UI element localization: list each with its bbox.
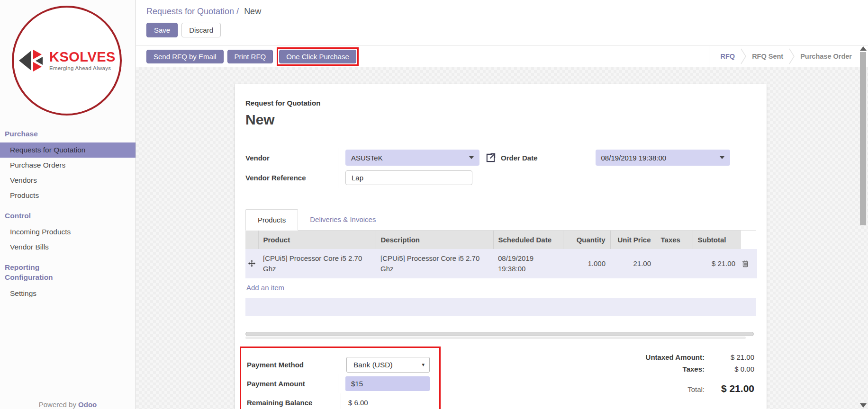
print-rfq-button[interactable]: Print RFQ [227,50,273,63]
breadcrumb: Requests for Quotation / New [146,7,868,17]
scroll-up-arrow-icon[interactable] [860,46,867,51]
statusbar: RFQ RFQ Sent Purchase Order [709,46,868,67]
payment-amount-input[interactable] [345,376,430,391]
select-caret-icon: ▾ [422,362,425,368]
totals-divider [624,378,754,378]
vendor-label: Vendor [245,154,338,162]
header-fields-group: Vendor ASUSTeK [245,148,756,187]
order-date-picker[interactable]: 08/19/2019 19:38:00 [596,150,730,166]
scroll-down-arrow-icon[interactable] [860,403,867,408]
horizontal-scrollbar-thumb[interactable] [245,332,754,336]
sheet-title: Request for Quotation [245,99,756,107]
total-value: $ 21.00 [705,383,754,394]
cell-unit-price[interactable]: 21.00 [610,249,656,278]
column-header-product[interactable]: Product [258,231,376,249]
sidebar-item-purchase-orders[interactable]: Purchase Orders [0,158,136,173]
cell-description[interactable]: [CPUi5] Processor Core i5 2.70 Ghz [376,249,493,278]
notebook-tabs: Products Deliveries & Invoices [245,209,756,231]
logo-brand-text: KSOLVES [49,50,116,64]
chevron-down-icon [469,156,474,159]
cell-quantity[interactable]: 1.000 [563,249,610,278]
chevron-down-icon [720,156,724,159]
cell-product[interactable]: [CPUi5] Processor Core i5 2.70 Ghz [258,249,376,278]
sidebar-item-incoming-products[interactable]: Incoming Products [0,224,136,240]
discard-button[interactable]: Discard [181,23,221,37]
cell-subtotal[interactable]: $ 21.00 [693,249,740,278]
handle-column-header [245,231,258,249]
order-date-label: Order Date [501,154,538,162]
untaxed-amount-label: Untaxed Amount: [646,353,705,361]
powered-by: Powered by Odoo [0,400,136,409]
column-header-scheduled-date[interactable]: Scheduled Date [493,231,563,249]
total-label: Total: [687,385,705,393]
chevron-right-icon [741,48,746,64]
status-step-purchase-order[interactable]: Purchase Order [800,53,852,60]
horizontal-scrollbar[interactable] [245,332,756,339]
odoo-brand-link[interactable]: Odoo [78,400,97,409]
one-click-purchase-button[interactable]: One Click Purchase [279,50,356,63]
red-highlight-box-payment: Payment Method Bank (USD) ▾ Payment Amou… [240,347,441,409]
menu-section-control: Control [0,208,136,224]
totals-summary: Untaxed Amount: $ 21.00 Taxes: $ 0.00 To… [605,351,756,409]
status-step-rfq-sent[interactable]: RFQ Sent [752,53,783,60]
remaining-balance-label: Remaining Balance [247,399,341,407]
form-view-background: Request for Quotation New Vendor ASUSTeK [136,67,868,409]
logo-tagline: Emerging Ahead Always [49,65,116,71]
payment-method-label: Payment Method [247,361,339,369]
sidebar-item-requests-for-quotation[interactable]: Requests for Quotation [0,142,136,158]
add-an-item-link[interactable]: Add an item [245,278,285,297]
sidebar-item-vendor-bills[interactable]: Vendor Bills [0,240,136,255]
menu-section-reporting-configuration: Reporting Configuration [0,259,136,286]
table-row[interactable]: [CPUi5] Processor Core i5 2.70 Ghz [CPUi… [245,249,757,278]
save-button[interactable]: Save [146,23,178,37]
vertical-scrollbar-thumb[interactable] [860,52,866,225]
sidebar-item-vendors[interactable]: Vendors [0,173,136,188]
sidebar-menu: Purchase Requests for Quotation Purchase… [0,126,136,301]
vendor-dropdown[interactable]: ASUSTeK [345,150,479,166]
remaining-balance-value: $ 6.00 [341,393,430,409]
tab-products[interactable]: Products [245,209,298,231]
control-panel: Requests for Quotation / New Save Discar… [136,0,868,46]
empty-line-strip [245,298,756,316]
breadcrumb-parent-link[interactable]: Requests for Quotation / [146,7,239,16]
column-header-quantity[interactable]: Quantity [563,231,610,249]
ksolves-logo-icon [18,46,45,75]
column-header-unit-price[interactable]: Unit Price [610,231,656,249]
cell-scheduled-date[interactable]: 08/19/2019 19:38:00 [493,249,563,278]
column-header-description[interactable]: Description [376,231,493,249]
vertical-scrollbar[interactable] [859,46,867,409]
drag-handle-icon[interactable] [245,249,258,278]
cell-taxes[interactable] [656,249,693,278]
send-rfq-by-email-button[interactable]: Send RFQ by Email [146,50,224,63]
vendor-reference-input[interactable] [345,170,472,185]
chevron-right-icon [789,48,795,64]
column-header-taxes[interactable]: Taxes [656,231,693,249]
order-lines-table: Product Description Scheduled Date Quant… [245,231,757,278]
action-bar: Send RFQ by Email Print RFQ One Click Pu… [136,46,868,67]
tab-deliveries-invoices[interactable]: Deliveries & Invoices [298,209,388,230]
payment-amount-label: Payment Amount [247,380,338,388]
taxes-label: Taxes: [683,365,705,373]
payment-method-select[interactable]: Bank (USD) ▾ [346,357,430,373]
external-link-icon[interactable] [485,152,496,163]
breadcrumb-current: New [244,7,261,16]
vendor-reference-label: Vendor Reference [245,174,338,182]
menu-section-purchase: Purchase [0,126,136,142]
sidebar: KSOLVES Emerging Ahead Always Purchase R… [0,0,136,409]
delete-row-icon[interactable] [740,249,757,278]
column-header-subtotal[interactable]: Subtotal [693,231,740,249]
untaxed-amount-value: $ 21.00 [705,353,754,361]
taxes-value: $ 0.00 [705,365,754,373]
main-area: Requests for Quotation / New Save Discar… [136,0,868,409]
form-sheet: Request for Quotation New Vendor ASUSTeK [235,84,767,409]
sidebar-item-products[interactable]: Products [0,188,136,203]
delete-column-header [740,231,757,249]
company-logo: KSOLVES Emerging Ahead Always [12,6,122,116]
record-name: New [245,112,756,128]
red-highlight-box-one-click: One Click Purchase [277,47,359,66]
status-step-rfq[interactable]: RFQ [721,53,735,60]
table-header-row: Product Description Scheduled Date Quant… [245,231,757,249]
sidebar-item-settings[interactable]: Settings [0,286,136,301]
